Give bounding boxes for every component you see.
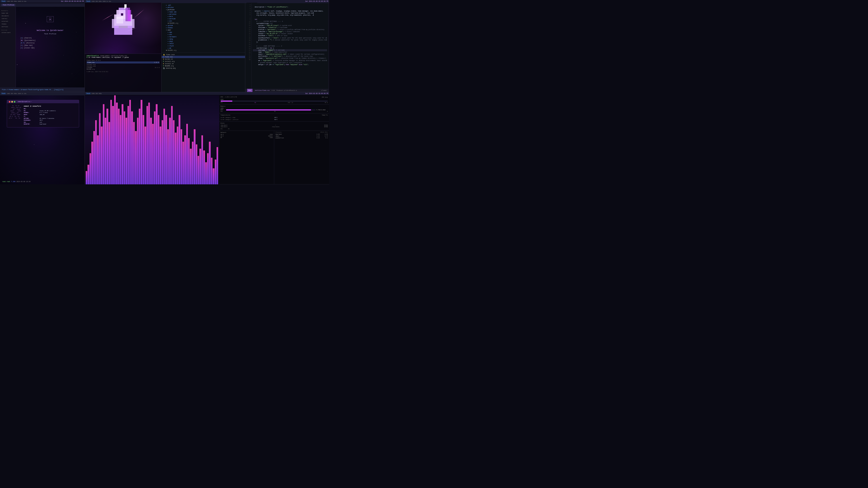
outline-name[interactable]: • name: [329, 33, 329, 35]
file-flake-lock[interactable]: 🔒 flake.lock: [162, 54, 245, 56]
disk-title: Disks: [221, 123, 225, 124]
terminal-footer: 4.03M sum, 133k free 8/13 All: [87, 71, 160, 72]
outline-wmtype[interactable]: • wmType: [329, 44, 329, 46]
outline-nixpkgs-patched[interactable]: ▼ nixpkgs-patched: [329, 62, 329, 66]
selected-file-row[interactable]: flake.nix 2.26 K: [87, 61, 160, 64]
qb-sidebar-item-external[interactable]: external: [1, 20, 15, 23]
outline-np-name[interactable]: • name: [329, 68, 329, 71]
file-desktop-png[interactable]: 📷 desktop.png: [162, 67, 245, 69]
outline-np-src[interactable]: • src: [329, 71, 329, 73]
network-list: 36.0 2520 10.5 550631 0% 3150: [221, 134, 273, 138]
outline-dotfilesdir[interactable]: • dotfilesDir: [329, 37, 329, 40]
cpu-current: 11: [254, 102, 256, 103]
tree-patches[interactable]: ▸ patches: [162, 6, 245, 8]
tree-profiles[interactable]: ▾ profiles: [162, 8, 245, 11]
mem-bl: 400s: [14, 93, 17, 94]
window-max-dot[interactable]: [14, 101, 16, 103]
proc-hyprland: Hyprland 0.35 0.4%: [276, 133, 328, 135]
qb-sidebar-item-dotfiles[interactable]: dotfiles: [1, 26, 15, 28]
svg-rect-6: [119, 28, 123, 35]
qb-sidebar-item-themes[interactable]: themes: [1, 23, 15, 25]
tree-work[interactable]: ▸ work: [162, 15, 245, 18]
file-row-install[interactable]: install.org: [87, 64, 160, 65]
tree-wsl[interactable]: ▸ wsl: [162, 20, 245, 22]
tree-readme-top[interactable]: ■ README.org: [162, 49, 245, 52]
outline-outputs[interactable]: ▶ outputs: [329, 6, 329, 8]
file-row-license[interactable]: LICENSE 34.2 K: [87, 67, 160, 68]
outline-timezone[interactable]: • timezone: [329, 17, 329, 20]
outline-pkgs-system[interactable]: • system: [329, 77, 329, 80]
outline-description[interactable]: ▶ description: [329, 3, 329, 6]
outline-username[interactable]: • username: [329, 31, 329, 33]
tree-worklab[interactable]: ▸ worklab: [162, 18, 245, 20]
workspace-tag-br: Tech: [86, 93, 91, 94]
tree-system[interactable]: ▸ system: [162, 24, 245, 27]
tree-pkgs[interactable]: ▸ pkgs: [162, 40, 245, 42]
window-close-dot[interactable]: [9, 101, 10, 103]
mem-label-ram: RAM:: [221, 109, 225, 111]
outline-grubdevice[interactable]: • grubDevice: [329, 26, 329, 29]
net-row-2: 10.5 550631: [221, 135, 273, 137]
spec-bar-28: [139, 109, 141, 184]
tree-shell[interactable]: ▸ shell: [162, 42, 245, 45]
tree-personal[interactable]: ▸ personal: [162, 13, 245, 15]
outline-locale[interactable]: • locale: [329, 20, 329, 22]
outline-hostname[interactable]: • hostname: [329, 13, 329, 15]
qb-sidebar-item-documents[interactable]: documents: [1, 15, 15, 17]
qb-sidebar-item-homelab[interactable]: home lab: [1, 12, 15, 14]
io-tr: 10s: [109, 1, 111, 2]
window-min-dot[interactable]: [11, 101, 13, 103]
outline-email[interactable]: • email: [329, 35, 329, 37]
tree-readme-profiles[interactable]: ■ README.org: [162, 22, 245, 24]
tree-wm[interactable]: ▸ wm: [162, 47, 245, 49]
outline-pkgs[interactable]: ▼ pkgs: [329, 75, 329, 77]
neofetch-title: emmet@snowFire:~: [18, 101, 32, 103]
tree-hardware[interactable]: ▸ hardware: [162, 36, 245, 38]
tree-user[interactable]: ▾ user: [162, 29, 245, 31]
tree-git[interactable]: ▸ .git: [162, 4, 245, 6]
editor-body[interactable]: 12345 678910 1112131415 1617181920 21222…: [245, 3, 329, 89]
spec-bar-1: [88, 165, 89, 184]
tree-lang[interactable]: ▸ lang: [162, 38, 245, 40]
tree-themes[interactable]: ▸ themes: [162, 27, 245, 29]
outline-term[interactable]: • term: [329, 51, 329, 53]
outline-bootmountpath[interactable]: • bootMountPath: [329, 24, 329, 26]
outline-font[interactable]: • font: [329, 53, 329, 56]
outline-spawneditor[interactable]: • spawnEditor: [329, 60, 329, 62]
tree-homelab[interactable]: ▸ home lab: [162, 11, 245, 13]
file-readme[interactable]: ⌘ README.org: [162, 65, 245, 67]
spec-bar-30: [143, 115, 144, 184]
file-row-installpng[interactable]: install.png: [87, 65, 160, 67]
qb-active-tab[interactable]: Tech Profile: [1, 4, 16, 6]
outline-browser[interactable]: • browser: [329, 46, 329, 49]
outline-np-system[interactable]: • system: [329, 66, 329, 68]
outline-defaultroamdir[interactable]: • defaultRoamDir: [329, 49, 329, 51]
qb-sidebar-item-library[interactable]: library: [1, 18, 15, 20]
outline-profile[interactable]: • profile: [329, 15, 329, 17]
proc-emacs: emacs 0.26 0.75: [276, 135, 328, 137]
bat-tr: 100%: [92, 1, 95, 2]
outline-theme[interactable]: • theme: [329, 40, 329, 42]
file-tree-panel: ▸ .dotfiles ▸ .git ▸ patches ▾ profiles: [162, 0, 245, 92]
tree-style[interactable]: ▸ style: [162, 45, 245, 47]
outline-usersettings[interactable]: ▼ userSettings: [329, 29, 329, 31]
qb-main-content: ┌────────┐ │ ┌──┐ │ │ │◄►│ │ │ └──┘ │ └─…: [16, 7, 85, 88]
file-harden[interactable]: $ harden.sh: [162, 58, 245, 60]
outline-bootmode[interactable]: • bootMode: [329, 22, 329, 24]
vol-status: 100%: [18, 1, 21, 2]
file-tree[interactable]: ▸ .git ▸ patches ▾ profiles ▸ home lab: [162, 3, 245, 92]
file-flake-nix[interactable]: ❅ flake.nix: [162, 56, 245, 58]
file-install-sh[interactable]: $ install.sh: [162, 63, 245, 65]
qb-sidebar-item-octave[interactable]: octave-work: [1, 31, 15, 34]
tree-app[interactable]: ▸ app: [162, 31, 245, 33]
outline-np-patches[interactable]: • patches: [329, 73, 329, 75]
outline-systemsettings[interactable]: ▼ systemSettings: [329, 8, 329, 10]
file-row-readme[interactable]: README.org: [87, 68, 160, 70]
outline-system[interactable]: • system: [329, 10, 329, 13]
tree-env[interactable]: ▸ env: [162, 33, 245, 36]
clock-br: Sat 2024-03-09 05:06:00 PM: [305, 93, 328, 94]
outline-wm[interactable]: • wm: [329, 42, 329, 44]
file-install-org[interactable]: ⌘ install.org: [162, 60, 245, 63]
outline-fontpkg[interactable]: • fontPkg: [329, 56, 329, 58]
outline-editor[interactable]: • editor: [329, 58, 329, 60]
